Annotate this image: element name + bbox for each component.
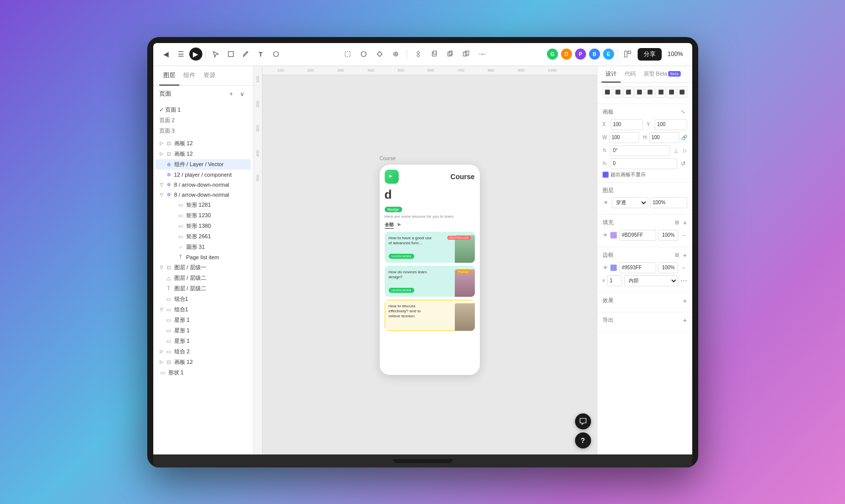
layer-star-1[interactable]: ▭ 星形 1 [155,315,251,325]
layer-component-vector[interactable]: ⊕ 组件 / Layer / Vector [155,159,251,170]
x-input[interactable] [611,119,643,130]
frame-icon: ⊡ [165,264,172,271]
page-2[interactable]: 页面 2 [153,115,253,126]
frame-tool[interactable] [224,47,238,61]
layer-rect-1230[interactable]: ▭ 矩形 1230 [155,210,251,221]
back-button[interactable]: ◀ [159,47,173,61]
layer-star-3[interactable]: ▭ 星形 1 [155,336,251,346]
canvas-area[interactable]: 100 200 300 400 500 600 700 800 900 1000… [253,66,597,454]
rotation-input[interactable] [611,145,670,156]
align-right-btn[interactable]: ⬛ [624,87,633,98]
stroke-type-select[interactable]: 内部 外部 居中 [624,275,678,286]
layer-arrow-1[interactable]: ▽ ⊕ 8 / arrow-down-normal [155,180,251,190]
stroke-visibility-btn[interactable]: 👁 [603,264,609,271]
overflow-checkbox[interactable]: ✓ 超出画板不显示 [603,171,687,178]
pen-tool[interactable] [239,47,253,61]
duplicate-tool[interactable] [459,47,473,61]
corner-refresh-btn[interactable]: ↺ [679,160,687,168]
transform-tool[interactable] [341,47,355,61]
fab-chat-button[interactable] [575,413,591,429]
select-tool[interactable] [209,47,223,61]
align-center-h-btn[interactable]: ⬛ [613,87,623,98]
fill-add-btn[interactable]: + [683,219,687,227]
pages-menu-btn[interactable]: ∨ [238,90,247,99]
fill-remove-btn[interactable]: − [680,231,687,239]
export-add-btn[interactable]: + [683,316,687,324]
stroke-color-swatch[interactable] [610,264,617,271]
add-page-btn[interactable]: + [227,90,236,99]
effect-add-btn[interactable]: + [683,297,687,305]
menu-button[interactable]: ☰ [174,47,188,61]
stroke-remove-btn[interactable]: − [680,264,687,272]
fill-visibility-btn[interactable]: 👁 [603,232,609,239]
layer-star-2[interactable]: ▭ 星形 1 [155,325,251,336]
layer-path-2[interactable]: △ 图层 / 层级二 [155,273,251,283]
layer-group-1[interactable]: ▽ ⊡ 图层 / 层级一 [155,262,251,273]
fill-color-swatch[interactable] [610,232,617,239]
layer-group1-expanded[interactable]: ▽ ▭ 组合1 [155,304,251,315]
frame-expand-btn[interactable]: ⤡ [679,108,687,116]
layer-visibility-btn[interactable]: 👁 [603,199,610,206]
page-3[interactable]: 页面 3 [153,126,253,136]
layer-rect-1281[interactable]: ▭ 矩形 1281 [155,200,251,210]
align-bottom-btn[interactable]: ⬛ [656,87,665,98]
layout-button[interactable] [621,47,635,61]
shape-tool[interactable] [269,47,283,61]
stroke-color-input[interactable] [619,262,656,273]
stroke-add-btn[interactable]: + [683,251,687,259]
opacity-input[interactable] [650,197,687,208]
layer-frame-12a[interactable]: ▷ ⊡ 画板 12 [155,138,251,149]
stroke-opacity-input[interactable] [658,262,678,273]
tab-prototype[interactable]: 原型 Beta Beta [640,66,685,83]
layer-circle-31[interactable]: ○ 圆形 31 [155,242,251,252]
blend-mode-select[interactable]: 穿透 正常 叠加 [612,197,649,208]
stroke-options-btn[interactable]: ⋯ [680,277,687,285]
stroke-width-input[interactable] [607,275,622,286]
y-input[interactable] [655,119,687,130]
text-tool[interactable]: T [254,47,268,61]
diamond-tool[interactable] [373,47,387,61]
layer-shape-1[interactable]: ▭ 形状 1 [155,367,251,378]
layer-group-in[interactable]: ▭ 组合1 [155,294,251,304]
tab-code[interactable]: 代码 [621,66,640,83]
layer-text-2[interactable]: T 图层 / 层级二 [155,283,251,294]
play-button[interactable]: ▶ [189,48,202,61]
corner-input[interactable] [611,158,677,169]
fill-opacity-input[interactable] [658,230,678,241]
fab-help-button[interactable]: ? [575,432,591,448]
paste-tool[interactable] [443,47,457,61]
layer-frame-12b[interactable]: ▷ ⊡ 画板 12 [155,149,251,159]
link-tool[interactable] [475,47,489,61]
layer-rect-2661[interactable]: ▭ 矩形 2661 [155,231,251,242]
layer-frame-12c[interactable]: ▷ ⊡ 画板 12 [155,357,251,367]
layer-arrow-2[interactable]: ▽ ⊕ 8 / arrow-down-normal [155,190,251,200]
tab-layers[interactable]: 图层 [159,66,179,86]
align-top-btn[interactable]: ⬛ [635,87,644,98]
component-tool[interactable] [411,47,425,61]
plus-tool[interactable] [389,47,403,61]
w-input[interactable] [609,132,639,143]
dist-h-btn[interactable]: ⬛ [667,87,676,98]
layer-page-list[interactable]: T Page list item [155,252,251,262]
share-button[interactable]: 分享 [638,48,662,61]
phone-title: Course [450,173,474,181]
align-center-v-btn[interactable]: ⬛ [645,87,655,98]
ellipse-tool[interactable] [357,47,371,61]
page-1[interactable]: ✓ 页面 1 [153,105,253,115]
play-icon: ▷ [683,148,687,153]
tab-design[interactable]: 设计 [602,66,621,83]
copy-tool[interactable] [427,47,441,61]
lock-ratio-btn[interactable]: 🔗 [681,134,687,142]
tab-assets[interactable]: 资源 [199,66,219,86]
zoom-button[interactable]: 100% [665,50,686,59]
h-input[interactable] [649,132,679,143]
stroke-more-btn[interactable]: ⊞ [673,251,681,259]
align-left-btn[interactable]: ⬛ [603,87,612,98]
tab-components[interactable]: 组件 [179,66,199,86]
layer-player-component[interactable]: ⊕ 12 / player / component [155,170,251,180]
layer-rect-1380[interactable]: ▭ 矩形 1380 [155,221,251,231]
dist-v-btn[interactable]: ⬛ [677,87,687,98]
fill-color-input[interactable] [619,230,656,241]
layer-group2[interactable]: ▷ ▭ 组合 2 [155,346,251,357]
fill-more-btn[interactable]: ⊞ [673,219,681,227]
